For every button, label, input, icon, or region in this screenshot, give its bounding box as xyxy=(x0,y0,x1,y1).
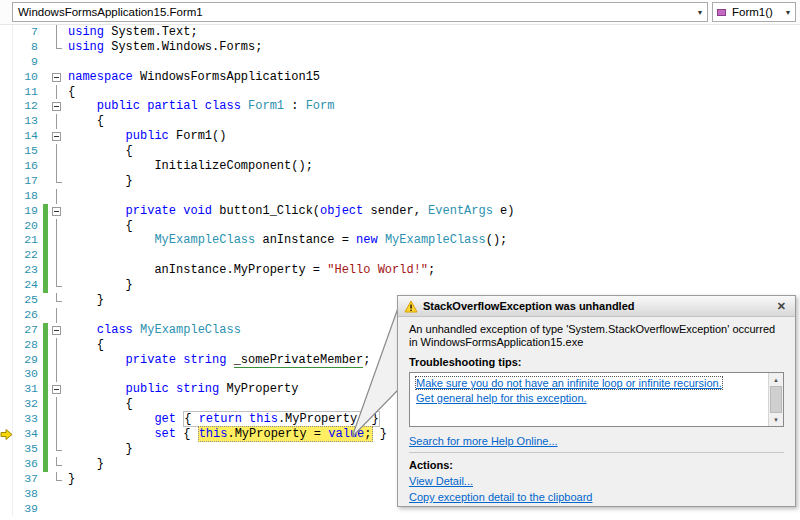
code-text[interactable]: { xyxy=(65,85,75,100)
search-help-online-link[interactable]: Search for more Help Online... xyxy=(409,435,784,447)
code-text[interactable] xyxy=(65,189,68,204)
code-text[interactable]: } xyxy=(65,293,104,308)
indicator-margin[interactable] xyxy=(0,25,13,40)
indicator-margin[interactable] xyxy=(0,323,13,338)
indicator-margin[interactable] xyxy=(0,487,13,502)
code-line[interactable]: 7using System.Text; xyxy=(0,25,800,40)
view-detail-link[interactable]: View Detail... xyxy=(409,475,784,487)
code-text[interactable]: public Form1() xyxy=(65,129,226,144)
code-text[interactable]: { xyxy=(65,219,133,234)
tip-link-general-help[interactable]: Get general help for this exception. xyxy=(416,392,587,404)
indicator-margin[interactable] xyxy=(0,70,13,85)
close-icon[interactable]: ✕ xyxy=(774,300,789,313)
fold-toggle[interactable] xyxy=(48,129,65,144)
code-line[interactable]: 10namespace WindowsFormsApplication15 xyxy=(0,70,800,85)
chevron-down-icon[interactable]: ▼ xyxy=(781,9,795,16)
code-line[interactable]: 8using System.Windows.Forms; xyxy=(0,40,800,55)
indicator-margin[interactable] xyxy=(0,99,13,114)
code-text[interactable]: InitializeComponent(); xyxy=(65,159,313,174)
code-line[interactable]: 14 public Form1() xyxy=(0,129,800,144)
code-text[interactable]: { xyxy=(65,338,104,353)
fold-toggle[interactable] xyxy=(48,204,65,219)
indicator-margin[interactable] xyxy=(0,367,13,382)
collapse-minus-icon[interactable] xyxy=(52,102,61,111)
indicator-margin[interactable] xyxy=(0,174,13,189)
indicator-margin[interactable] xyxy=(0,40,13,55)
copy-exception-link[interactable]: Copy exception detail to the clipboard xyxy=(409,491,784,503)
indicator-margin[interactable] xyxy=(0,114,13,129)
code-text[interactable]: class MyExampleClass xyxy=(65,323,241,338)
code-line[interactable]: 16 InitializeComponent(); xyxy=(0,159,800,174)
code-line[interactable]: 23 anInstance.MyProperty = "Hello World!… xyxy=(0,263,800,278)
code-text[interactable] xyxy=(65,487,68,502)
code-text[interactable]: get { return this.MyProperty; } xyxy=(65,412,380,427)
code-text[interactable]: { xyxy=(65,114,104,129)
code-line[interactable]: 24 } xyxy=(0,278,800,293)
fold-toggle[interactable] xyxy=(48,99,65,114)
code-text[interactable]: { xyxy=(65,397,133,412)
code-line[interactable]: 15 { xyxy=(0,144,800,159)
tip-link-infinite-recursion[interactable]: Make sure you do not have an infinite lo… xyxy=(416,377,722,389)
code-text[interactable]: } xyxy=(65,278,133,293)
indicator-margin[interactable] xyxy=(0,308,13,323)
indicator-margin[interactable] xyxy=(0,233,13,248)
code-line[interactable]: 22 xyxy=(0,248,800,263)
exception-dialog-titlebar[interactable]: StackOverflowException was unhandled ✕ xyxy=(398,296,795,317)
code-text[interactable]: } xyxy=(65,174,133,189)
indicator-margin[interactable] xyxy=(0,248,13,263)
collapse-minus-icon[interactable] xyxy=(52,207,61,216)
indicator-margin[interactable] xyxy=(0,263,13,278)
code-line[interactable]: 20 { xyxy=(0,219,800,234)
code-text[interactable] xyxy=(65,248,68,263)
code-text[interactable] xyxy=(65,308,68,323)
indicator-margin[interactable] xyxy=(0,189,13,204)
fold-toggle[interactable] xyxy=(48,323,65,338)
scrollbar-thumb[interactable] xyxy=(770,386,782,413)
indicator-margin[interactable] xyxy=(0,442,13,457)
indicator-margin[interactable] xyxy=(0,502,13,517)
fold-toggle[interactable] xyxy=(48,382,65,397)
indicator-margin[interactable] xyxy=(0,55,13,70)
indicator-margin[interactable] xyxy=(0,144,13,159)
code-line[interactable]: 17 } xyxy=(0,174,800,189)
indicator-margin[interactable] xyxy=(0,397,13,412)
code-text[interactable] xyxy=(65,502,68,517)
indicator-margin[interactable] xyxy=(0,159,13,174)
code-text[interactable]: using System.Text; xyxy=(65,25,198,40)
code-text[interactable]: } xyxy=(65,442,133,457)
indicator-margin[interactable] xyxy=(0,472,13,487)
code-text[interactable]: { xyxy=(65,144,133,159)
collapse-minus-icon[interactable] xyxy=(52,326,61,335)
indicator-margin[interactable] xyxy=(0,204,13,219)
code-text[interactable]: public string MyProperty xyxy=(65,382,298,397)
scrollbar[interactable]: ▲ ▼ xyxy=(768,373,783,426)
indicator-margin[interactable] xyxy=(0,293,13,308)
indicator-margin[interactable] xyxy=(0,338,13,353)
code-text[interactable]: using System.Windows.Forms; xyxy=(65,40,262,55)
code-line[interactable]: 9 xyxy=(0,55,800,70)
collapse-minus-icon[interactable] xyxy=(52,73,61,82)
code-text[interactable]: } xyxy=(65,457,104,472)
indicator-margin[interactable] xyxy=(0,85,13,100)
code-line[interactable]: 11{ xyxy=(0,85,800,100)
indicator-margin[interactable] xyxy=(0,457,13,472)
types-dropdown[interactable]: WindowsFormsApplication15.Form1 ▼ xyxy=(12,2,708,22)
code-text[interactable]: namespace WindowsFormsApplication15 xyxy=(65,70,320,85)
code-line[interactable]: 12 public partial class Form1 : Form xyxy=(0,99,800,114)
code-line[interactable]: 18 xyxy=(0,189,800,204)
scroll-down-icon[interactable]: ▼ xyxy=(769,413,783,426)
collapse-minus-icon[interactable] xyxy=(52,385,61,394)
chevron-down-icon[interactable]: ▼ xyxy=(693,9,707,16)
code-text[interactable]: } xyxy=(65,472,75,487)
code-text[interactable] xyxy=(65,55,68,70)
code-text[interactable]: public partial class Form1 : Form xyxy=(65,99,334,114)
indicator-margin[interactable] xyxy=(0,278,13,293)
code-text[interactable] xyxy=(65,367,68,382)
indicator-margin[interactable] xyxy=(0,219,13,234)
code-line[interactable]: 19 private void button1_Click(object sen… xyxy=(0,204,800,219)
code-line[interactable]: 13 { xyxy=(0,114,800,129)
code-text[interactable]: MyExampleClass anInstance = new MyExampl… xyxy=(65,233,507,248)
members-dropdown[interactable]: Form1() ▼ xyxy=(712,2,796,22)
code-text[interactable]: private void button1_Click(object sender… xyxy=(65,204,515,219)
indicator-margin[interactable] xyxy=(0,382,13,397)
